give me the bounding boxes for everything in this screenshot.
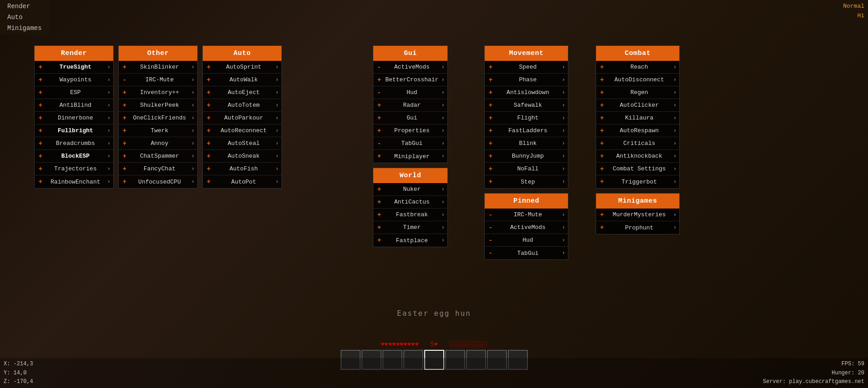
add-button[interactable]: + bbox=[376, 153, 382, 160]
chevron-right-icon[interactable]: › bbox=[562, 250, 565, 256]
list-item[interactable]: +Properties› bbox=[373, 124, 447, 137]
add-button[interactable]: + bbox=[37, 64, 44, 71]
list-item[interactable]: +Breadcrumbs› bbox=[35, 137, 113, 150]
chevron-right-icon[interactable]: › bbox=[191, 115, 195, 121]
chevron-right-icon[interactable]: › bbox=[562, 212, 565, 218]
chevron-right-icon[interactable]: › bbox=[191, 128, 195, 134]
add-button[interactable]: + bbox=[599, 127, 605, 134]
chevron-right-icon[interactable]: › bbox=[107, 153, 110, 159]
add-button[interactable]: + bbox=[121, 165, 128, 173]
chevron-right-icon[interactable]: › bbox=[276, 115, 279, 121]
chevron-right-icon[interactable]: › bbox=[276, 77, 279, 83]
list-item[interactable]: +Speed› bbox=[485, 61, 568, 74]
list-item[interactable]: +Triggerbot› bbox=[596, 175, 679, 188]
list-item[interactable]: +AutoEject› bbox=[203, 86, 281, 99]
list-item[interactable]: +TrueSight› bbox=[35, 61, 113, 74]
chevron-right-icon[interactable]: › bbox=[276, 153, 279, 159]
chevron-right-icon[interactable]: › bbox=[191, 77, 195, 83]
list-item[interactable]: +FastLadders› bbox=[485, 124, 568, 137]
add-button[interactable]: + bbox=[206, 64, 212, 71]
list-item[interactable]: +AutoDisconnect› bbox=[596, 74, 679, 86]
list-item[interactable]: +Fullbright› bbox=[35, 124, 113, 137]
add-button[interactable]: + bbox=[599, 89, 605, 96]
list-item[interactable]: +BunnyJump› bbox=[485, 150, 568, 163]
chevron-right-icon[interactable]: › bbox=[107, 102, 110, 109]
nav-render[interactable]: Render bbox=[0, 1, 50, 12]
list-item[interactable]: -TabGui› bbox=[373, 137, 447, 150]
list-item[interactable]: +Reach› bbox=[596, 61, 679, 74]
list-item[interactable]: +Blink› bbox=[485, 137, 568, 150]
chevron-right-icon[interactable]: › bbox=[673, 153, 677, 159]
add-button[interactable]: + bbox=[376, 114, 382, 122]
add-button[interactable]: + bbox=[599, 153, 605, 160]
add-button[interactable]: + bbox=[121, 64, 128, 71]
add-button[interactable]: + bbox=[376, 102, 382, 109]
chevron-right-icon[interactable]: › bbox=[442, 64, 445, 70]
list-item[interactable]: +AutoSprint› bbox=[203, 61, 281, 74]
add-button[interactable]: + bbox=[599, 140, 605, 147]
chevron-right-icon[interactable]: › bbox=[442, 115, 445, 121]
chevron-right-icon[interactable]: › bbox=[442, 199, 445, 205]
chevron-right-icon[interactable]: › bbox=[562, 166, 565, 172]
list-item[interactable]: +AutoRespawn› bbox=[596, 124, 679, 137]
list-item[interactable]: +ChatSpammer› bbox=[119, 150, 197, 163]
add-button[interactable]: + bbox=[206, 140, 212, 147]
list-item[interactable]: +Trajectories› bbox=[35, 163, 113, 175]
add-button[interactable]: + bbox=[487, 153, 494, 160]
list-item[interactable]: +UnfocusedCPU› bbox=[119, 175, 197, 188]
add-button[interactable]: + bbox=[376, 211, 382, 219]
list-item[interactable]: +AutoSteal› bbox=[203, 137, 281, 150]
remove-button[interactable]: - bbox=[487, 224, 494, 231]
add-button[interactable]: + bbox=[37, 89, 44, 96]
chevron-right-icon[interactable]: › bbox=[107, 64, 110, 70]
add-button[interactable]: + bbox=[37, 76, 44, 84]
chevron-right-icon[interactable]: › bbox=[442, 90, 445, 96]
chevron-right-icon[interactable]: › bbox=[562, 140, 565, 147]
list-item[interactable]: +Annoy› bbox=[119, 137, 197, 150]
list-item[interactable]: +AntiCactus› bbox=[373, 196, 447, 209]
remove-button[interactable]: - bbox=[487, 211, 494, 219]
list-item[interactable]: +MurderMysteries› bbox=[596, 209, 679, 221]
chevron-right-icon[interactable]: › bbox=[107, 166, 110, 172]
add-button[interactable]: + bbox=[121, 140, 128, 147]
add-button[interactable]: + bbox=[487, 140, 494, 147]
chevron-right-icon[interactable]: › bbox=[107, 140, 110, 147]
list-item[interactable]: +AutoSneak› bbox=[203, 150, 281, 163]
chevron-right-icon[interactable]: › bbox=[276, 140, 279, 147]
list-item[interactable]: +NoFall› bbox=[485, 163, 568, 175]
chevron-right-icon[interactable]: › bbox=[107, 179, 110, 185]
add-button[interactable]: + bbox=[37, 114, 44, 122]
list-item[interactable]: +FancyChat› bbox=[119, 163, 197, 175]
list-item[interactable]: +BlockESP› bbox=[35, 150, 113, 163]
list-item[interactable]: +Miniplayer› bbox=[373, 150, 447, 163]
list-item[interactable]: +Phase› bbox=[485, 74, 568, 86]
chevron-right-icon[interactable]: › bbox=[191, 90, 195, 96]
chevron-right-icon[interactable]: › bbox=[107, 77, 110, 83]
chevron-right-icon[interactable]: › bbox=[442, 224, 445, 231]
list-item[interactable]: -TabGui› bbox=[485, 247, 568, 259]
add-button[interactable]: + bbox=[487, 165, 494, 173]
list-item[interactable]: +RainbowEnchant› bbox=[35, 175, 113, 188]
add-button[interactable]: + bbox=[121, 178, 128, 185]
chevron-right-icon[interactable]: › bbox=[276, 128, 279, 134]
list-item[interactable]: +Killaura› bbox=[596, 112, 679, 124]
list-item[interactable]: +Inventory++› bbox=[119, 86, 197, 99]
add-button[interactable]: + bbox=[121, 89, 128, 96]
chevron-right-icon[interactable]: › bbox=[442, 128, 445, 134]
chevron-right-icon[interactable]: › bbox=[276, 102, 279, 109]
list-item[interactable]: +Waypoints› bbox=[35, 74, 113, 86]
add-button[interactable]: + bbox=[37, 178, 44, 185]
chevron-right-icon[interactable]: › bbox=[191, 179, 195, 185]
add-button[interactable]: + bbox=[121, 127, 128, 134]
list-item[interactable]: +Regen› bbox=[596, 86, 679, 99]
list-item[interactable]: +AutoWalk› bbox=[203, 74, 281, 86]
list-item[interactable]: +Antiknockback› bbox=[596, 150, 679, 163]
list-item[interactable]: +AutoReconnect› bbox=[203, 124, 281, 137]
chevron-right-icon[interactable]: › bbox=[191, 153, 195, 159]
add-button[interactable]: + bbox=[599, 224, 605, 231]
add-button[interactable]: + bbox=[206, 89, 212, 96]
chevron-right-icon[interactable]: › bbox=[107, 128, 110, 134]
chevron-right-icon[interactable]: › bbox=[276, 166, 279, 172]
add-button[interactable]: + bbox=[206, 114, 212, 122]
add-button[interactable]: + bbox=[121, 102, 128, 109]
